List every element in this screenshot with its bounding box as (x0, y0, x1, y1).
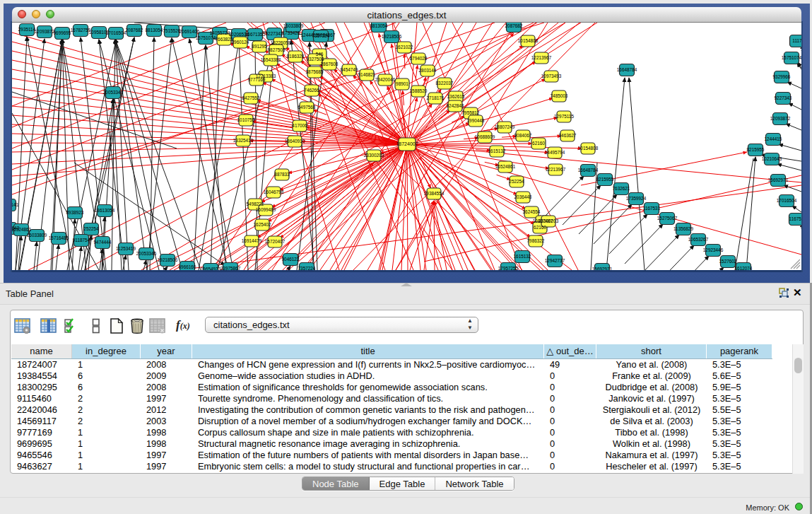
svg-text:7515526: 7515526 (163, 28, 181, 33)
svg-text:62160: 62160 (532, 141, 545, 146)
svg-text:8960124: 8960124 (232, 40, 249, 45)
svg-text:6497568: 6497568 (298, 105, 316, 110)
svg-text:8215955: 8215955 (596, 177, 614, 182)
svg-text:12093872: 12093872 (770, 116, 791, 121)
svg-text:1625402: 1625402 (254, 222, 271, 227)
svg-text:2087682: 2087682 (126, 28, 143, 33)
svg-text:9463627: 9463627 (559, 133, 577, 138)
svg-text:1615132: 1615132 (488, 148, 506, 153)
svg-text:18613054: 18613054 (95, 208, 115, 213)
svg-text:1117: 1117 (792, 38, 801, 43)
svg-text:16671355: 16671355 (245, 32, 266, 37)
svg-text:10688609: 10688609 (475, 134, 495, 139)
svg-text:9084067: 9084067 (514, 133, 532, 138)
svg-text:12213967: 12213967 (531, 55, 552, 60)
svg-text:19218506: 19218506 (382, 34, 402, 39)
svg-text:11356829: 11356829 (673, 226, 693, 231)
svg-text:14495794: 14495794 (545, 150, 565, 155)
svg-text:98901: 98901 (396, 81, 408, 86)
svg-text:18807249: 18807249 (495, 124, 515, 129)
svg-text:7986322: 7986322 (527, 238, 545, 243)
svg-text:1621022: 1621022 (396, 45, 413, 49)
svg-text:23300203: 23300203 (539, 218, 559, 223)
svg-text:15275067: 15275067 (657, 216, 678, 221)
svg-text:9827503: 9827503 (268, 47, 286, 52)
svg-text:7632621: 7632621 (613, 186, 630, 191)
svg-text:23420046: 23420046 (375, 77, 396, 82)
svg-text:3875685: 3875685 (306, 69, 324, 74)
svg-text:19384554: 19384554 (424, 191, 445, 196)
svg-text:9118754: 9118754 (73, 238, 90, 243)
svg-text:16914479: 16914479 (242, 238, 262, 243)
svg-text:10210643: 10210643 (762, 156, 782, 161)
svg-text:1990448: 1990448 (467, 118, 485, 123)
svg-text:6794028: 6794028 (410, 56, 428, 61)
svg-text:7357224: 7357224 (312, 33, 330, 38)
svg-text:11253419: 11253419 (116, 246, 136, 251)
svg-text:8186328: 8186328 (287, 54, 305, 59)
svg-text:20053346: 20053346 (103, 90, 124, 95)
svg-text:9329966: 9329966 (773, 74, 791, 79)
svg-text:12213967: 12213967 (546, 167, 566, 172)
svg-text:9777169: 9777169 (248, 77, 266, 82)
svg-text:9227343: 9227343 (775, 95, 792, 100)
svg-text:17016504: 17016504 (777, 198, 797, 203)
svg-text:7955812: 7955812 (462, 110, 480, 115)
svg-text:62160: 62160 (534, 225, 546, 230)
svg-text:12923446: 12923446 (703, 247, 724, 252)
svg-text:252254: 252254 (83, 226, 99, 231)
svg-text:8427552: 8427552 (242, 95, 260, 100)
svg-text:15716485: 15716485 (49, 235, 69, 240)
svg-text:1244415: 1244415 (765, 136, 782, 141)
svg-text:12975115: 12975115 (554, 114, 574, 119)
svg-text:546: 546 (316, 52, 324, 57)
svg-text:7663822: 7663822 (216, 37, 233, 42)
svg-text:10154808: 10154808 (578, 146, 599, 151)
svg-text:8215955: 8215955 (747, 147, 765, 152)
svg-text:746266: 746266 (304, 88, 319, 93)
svg-text:15692971: 15692971 (768, 177, 789, 182)
svg-text:18640910: 18640910 (285, 139, 305, 144)
svg-text:16046798: 16046798 (264, 189, 284, 194)
svg-text:1010755: 1010755 (237, 117, 255, 122)
svg-text:14055724: 14055724 (210, 30, 230, 35)
svg-text:20691406: 20691406 (180, 29, 200, 34)
svg-text:891295: 891295 (252, 44, 267, 49)
svg-text:2718176: 2718176 (427, 95, 445, 100)
svg-text:13325419: 13325419 (233, 138, 254, 143)
svg-text:8813054: 8813054 (370, 23, 388, 28)
svg-text:13226058: 13226058 (271, 40, 291, 45)
svg-text:2803144: 2803144 (419, 68, 437, 73)
svg-text:1615132: 1615132 (514, 254, 531, 259)
svg-text:20053346: 20053346 (136, 251, 157, 256)
svg-text:16033809: 16033809 (27, 233, 47, 238)
svg-text:15751074: 15751074 (196, 35, 216, 40)
svg-text:8454749: 8454749 (341, 67, 358, 72)
svg-text:9327508: 9327508 (307, 57, 324, 62)
svg-text:16099489: 16099489 (256, 207, 276, 212)
svg-text:417006: 417006 (292, 123, 307, 128)
svg-text:9146821: 9146821 (358, 72, 376, 77)
svg-text:252254: 252254 (509, 179, 524, 184)
svg-text:23300203: 23300203 (364, 153, 384, 158)
svg-text:15720407: 15720407 (265, 239, 286, 244)
svg-text:17016504: 17016504 (106, 30, 126, 35)
svg-text:10653267: 10653267 (688, 237, 709, 242)
svg-text:7485003: 7485003 (551, 93, 568, 98)
svg-text:1588520: 1588520 (410, 88, 428, 93)
svg-text:5498222: 5498222 (247, 201, 264, 206)
svg-text:1527602: 1527602 (719, 259, 737, 264)
svg-text:16543382: 16543382 (261, 57, 281, 62)
svg-text:12093872: 12093872 (35, 29, 55, 34)
svg-text:9474444: 9474444 (94, 240, 112, 245)
svg-text:10973493: 10973493 (541, 74, 562, 78)
svg-text:16033809: 16033809 (283, 23, 304, 28)
svg-text:116753: 116753 (789, 216, 801, 221)
svg-text:9227343: 9227343 (266, 31, 283, 36)
svg-text:15136141: 15136141 (12, 202, 19, 207)
svg-text:9242848: 9242848 (447, 103, 464, 108)
svg-text:2036448: 2036448 (514, 194, 532, 199)
svg-text:10154808: 10154808 (518, 38, 539, 43)
svg-text:16524861: 16524861 (12, 227, 32, 232)
svg-text:19218506: 19218506 (158, 257, 178, 262)
